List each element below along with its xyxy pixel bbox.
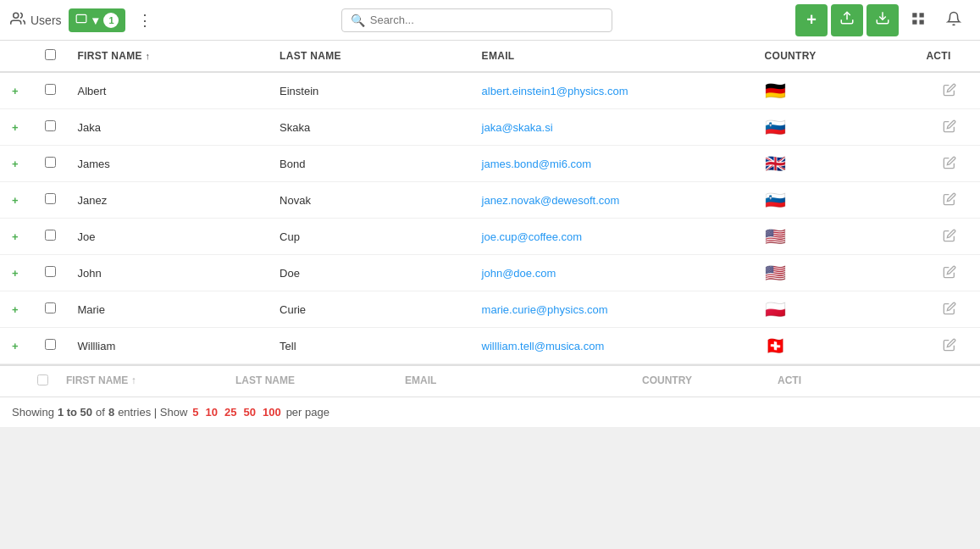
footer-sort-icon: ↑: [131, 374, 136, 386]
row-checkbox-cell: [30, 219, 71, 255]
row-first-name: Marie: [70, 291, 273, 328]
total-entries: 8: [108, 406, 114, 419]
row-add-btn[interactable]: +: [0, 255, 30, 291]
toolbar-left: Users ▼ 1 ⋮: [10, 8, 158, 33]
row-add-btn[interactable]: +: [0, 291, 30, 328]
add-button[interactable]: +: [795, 4, 828, 36]
row-checkbox[interactable]: [45, 84, 56, 95]
more-options-button[interactable]: ⋮: [132, 8, 158, 33]
row-last-name: Tell: [273, 328, 475, 364]
footer-last-name[interactable]: LAST NAME: [229, 366, 398, 396]
export-icon: [875, 10, 890, 30]
row-last-name: Novak: [273, 182, 475, 219]
per-page-5[interactable]: 5: [192, 406, 198, 419]
header-country[interactable]: COUNTRY: [758, 41, 920, 72]
row-email: joe.cup@coffee.com: [475, 219, 758, 255]
showing-text: Showing: [12, 406, 54, 419]
export-button[interactable]: [866, 4, 899, 36]
row-last-name: Bond: [273, 146, 475, 182]
filter-button[interactable]: ▼ 1: [69, 8, 126, 32]
search-icon: 🔍: [351, 14, 365, 27]
data-table: FIRST NAME ↑ LAST NAME EMAIL COUNTRY ACT…: [0, 41, 980, 427]
row-add-btn[interactable]: +: [0, 72, 30, 109]
edit-icon[interactable]: [943, 122, 956, 136]
per-page-10[interactable]: 10: [206, 406, 218, 419]
row-last-name: Skaka: [273, 109, 475, 146]
pagination-row: Showing 1 to 50 of 8 entries | Show 5 10…: [0, 397, 980, 427]
row-email: james.bond@mi6.com: [475, 146, 758, 182]
row-checkbox[interactable]: [45, 193, 56, 204]
notifications-button[interactable]: [938, 4, 970, 36]
of-text: of: [96, 406, 105, 419]
row-checkbox[interactable]: [45, 157, 56, 168]
row-checkbox[interactable]: [45, 302, 56, 313]
filter-icon: ▼: [75, 13, 102, 27]
bell-icon: [946, 11, 961, 30]
select-all-checkbox[interactable]: [45, 49, 56, 60]
footer-first-name[interactable]: FIRST NAME ↑: [59, 366, 229, 396]
country-flag: 🇩🇪: [765, 81, 786, 100]
table-row: + Willliam Tell willliam.tell@musica.com…: [0, 328, 980, 364]
edit-icon[interactable]: [943, 86, 956, 99]
row-action-cell: [919, 182, 980, 219]
row-add-btn[interactable]: +: [0, 109, 30, 146]
row-action-cell: [919, 255, 980, 291]
edit-icon[interactable]: [943, 304, 956, 318]
edit-icon[interactable]: [943, 195, 956, 208]
row-country: 🇸🇮: [758, 182, 920, 219]
header-email[interactable]: EMAIL: [475, 41, 758, 72]
row-checkbox-cell: [30, 255, 71, 291]
per-page-100[interactable]: 100: [263, 406, 281, 419]
row-add-btn[interactable]: +: [0, 146, 30, 182]
import-button[interactable]: [831, 4, 863, 36]
row-email: albert.einstein1@physics.com: [475, 72, 758, 109]
row-checkbox[interactable]: [45, 266, 56, 277]
users-icon: [10, 11, 25, 29]
header-action: ACTI: [919, 41, 980, 72]
row-last-name: Einstein: [273, 72, 475, 109]
per-page-25[interactable]: 25: [224, 406, 236, 419]
per-page-50[interactable]: 50: [243, 406, 255, 419]
edit-icon[interactable]: [943, 268, 956, 281]
row-last-name: Curie: [273, 291, 475, 328]
svg-rect-7: [920, 19, 924, 24]
row-checkbox[interactable]: [45, 339, 56, 350]
footer-email[interactable]: EMAIL: [398, 366, 635, 396]
row-email: jaka@skaka.si: [475, 109, 758, 146]
row-add-btn[interactable]: +: [0, 328, 30, 364]
country-flag: 🇬🇧: [765, 154, 786, 173]
grid-icon: [911, 11, 926, 30]
row-action-cell: [919, 291, 980, 328]
row-country: 🇺🇸: [758, 255, 920, 291]
header-first-name[interactable]: FIRST NAME ↑: [70, 41, 273, 72]
edit-icon[interactable]: [943, 231, 956, 245]
table-row: + James Bond james.bond@mi6.com 🇬🇧: [0, 146, 980, 182]
row-checkbox-cell: [30, 291, 71, 328]
footer-header-row: FIRST NAME ↑ LAST NAME EMAIL COUNTRY ACT…: [0, 366, 980, 397]
edit-icon[interactable]: [943, 341, 956, 354]
country-flag: 🇸🇮: [765, 118, 786, 136]
table-row: + Janez Novak janez.novak@dewesoft.com 🇸…: [0, 182, 980, 219]
grid-view-button[interactable]: [902, 4, 934, 36]
row-country: 🇩🇪: [758, 72, 920, 109]
search-input[interactable]: [370, 14, 603, 26]
footer-select-all-checkbox[interactable]: [37, 374, 48, 385]
header-last-name[interactable]: LAST NAME: [273, 41, 475, 72]
svg-rect-4: [912, 13, 916, 17]
toolbar: Users ▼ 1 ⋮ 🔍 +: [0, 0, 980, 41]
row-checkbox-cell: [30, 109, 71, 146]
header-checkbox-col: [30, 41, 71, 72]
header-add: [0, 41, 30, 72]
row-add-btn[interactable]: +: [0, 219, 30, 255]
row-add-btn[interactable]: +: [0, 182, 30, 219]
row-checkbox[interactable]: [45, 230, 56, 241]
footer-action: ACTI: [771, 366, 822, 396]
footer-country[interactable]: COUNTRY: [635, 366, 771, 396]
row-checkbox[interactable]: [45, 120, 56, 131]
row-email: janez.novak@dewesoft.com: [475, 182, 758, 219]
row-country: 🇵🇱: [758, 291, 920, 328]
users-nav[interactable]: Users: [10, 11, 62, 29]
svg-rect-1: [76, 14, 86, 22]
edit-icon[interactable]: [943, 158, 956, 172]
row-email: john@doe.com: [475, 255, 758, 291]
